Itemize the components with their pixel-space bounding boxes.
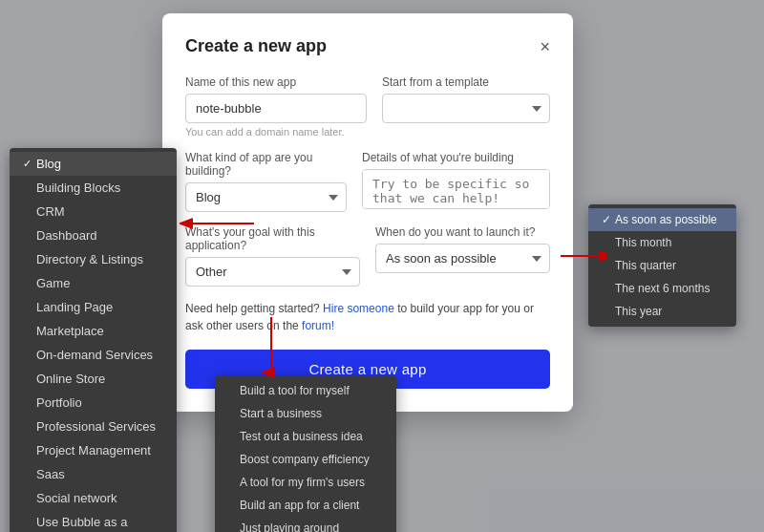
goal-dropdown: Build a tool for myself Start a business…	[215, 375, 396, 532]
sidebar-item-label: Use Bubble as a backend	[36, 515, 163, 532]
launch-item-6months[interactable]: The next 6 months	[588, 277, 736, 300]
sidebar-item-crm[interactable]: CRM	[10, 200, 177, 223]
goal-item-firm[interactable]: A tool for my firm's users	[215, 471, 396, 494]
sidebar-item-label: Professional Services	[36, 419, 156, 434]
template-label: Start from a template	[382, 75, 550, 89]
goal-item-label: Start a business	[240, 407, 322, 420]
goal-item-label: Build an app for a client	[240, 499, 359, 512]
hire-someone-link[interactable]: Hire someone	[323, 302, 394, 315]
goal-select[interactable]: Other	[185, 257, 360, 287]
app-name-input[interactable]	[185, 94, 367, 123]
modal-header: Create a new app ×	[185, 36, 550, 56]
sidebar-item-label: Saas	[36, 467, 65, 481]
forum-link[interactable]: forum!	[302, 319, 334, 332]
name-template-row: Name of this new app You can add a domai…	[185, 75, 550, 138]
goal-item-boost[interactable]: Boost company efficiency	[215, 448, 396, 471]
details-input[interactable]	[362, 169, 550, 209]
app-type-label: What kind of app are you building?	[185, 151, 347, 178]
goal-item-tool[interactable]: Build a tool for myself	[215, 379, 396, 402]
app-type-select[interactable]: Blog	[185, 182, 347, 212]
arrow-to-launch	[559, 246, 606, 275]
sidebar-item-marketplace[interactable]: Marketplace	[10, 319, 177, 343]
sidebar-item-label: Portfolio	[36, 395, 82, 410]
sidebar-item-professional[interactable]: Professional Services	[10, 415, 177, 438]
sidebar-item-ondemand[interactable]: On-demand Services	[10, 343, 177, 367]
modal-title: Create a new app	[185, 36, 327, 56]
launch-item-year[interactable]: This year	[588, 300, 736, 323]
sidebar-item-label: Project Management	[36, 443, 151, 458]
sidebar-item-blog[interactable]: ✓ Blog	[10, 152, 177, 176]
help-text: Need help getting started? Hire someone …	[185, 300, 550, 334]
app-name-helper: You can add a domain name later.	[185, 126, 367, 138]
sidebar-item-project[interactable]: Project Management	[10, 438, 177, 462]
app-name-group: Name of this new app You can add a domai…	[185, 75, 367, 138]
sidebar-item-social[interactable]: Social network	[10, 486, 177, 510]
sidebar-item-label: Social network	[36, 491, 117, 505]
check-icon: ✓	[23, 158, 32, 170]
app-name-label: Name of this new app	[185, 75, 367, 89]
launch-item-label: The next 6 months	[615, 282, 710, 295]
launch-item-label: This quarter	[615, 259, 676, 272]
goal-item-label: Build a tool for myself	[240, 384, 350, 397]
close-button[interactable]: ×	[540, 38, 550, 55]
sidebar-item-label: Landing Page	[36, 300, 113, 314]
goal-item-label: Boost company efficiency	[240, 453, 370, 466]
sidebar-item-label: Blog	[36, 157, 61, 171]
sidebar-item-label: Building Blocks	[36, 181, 120, 195]
sidebar-item-label: Directory & Listings	[36, 252, 143, 266]
sidebar-item-landing[interactable]: Landing Page	[10, 295, 177, 319]
launch-label: When do you want to launch it?	[375, 225, 550, 239]
sidebar-item-label: CRM	[36, 204, 65, 219]
type-details-row: What kind of app are you building? Blog …	[185, 151, 550, 212]
launch-item-label: This year	[615, 305, 662, 318]
sidebar-item-label: Dashboard	[36, 228, 97, 243]
arrow-to-goal	[262, 315, 281, 382]
goal-item-client[interactable]: Build an app for a client	[215, 494, 396, 517]
create-app-modal: Create a new app × Name of this new app …	[162, 13, 573, 412]
launch-select[interactable]: As soon as possible	[375, 244, 550, 273]
sidebar-item-portfolio[interactable]: Portfolio	[10, 391, 177, 415]
sidebar-item-label: Online Store	[36, 372, 105, 386]
sidebar-item-online-store[interactable]: Online Store	[10, 367, 177, 391]
sidebar-item-label: On-demand Services	[36, 348, 153, 362]
app-type-dropdown: ✓ Blog Building Blocks CRM Dashboard Dir…	[10, 148, 177, 532]
launch-group: When do you want to launch it? As soon a…	[375, 225, 550, 287]
arrow-to-sidebar	[180, 214, 256, 243]
details-group: Details of what you're building	[362, 151, 550, 212]
sidebar-item-label: Marketplace	[36, 324, 104, 338]
help-text-before: Need help getting started?	[185, 302, 320, 315]
goal-item-test[interactable]: Test out a business idea	[215, 425, 396, 448]
sidebar-item-bubble-backend[interactable]: Use Bubble as a backend	[10, 510, 177, 532]
sidebar-item-label: Game	[36, 276, 70, 290]
goal-item-playing[interactable]: Just playing around	[215, 517, 396, 532]
launch-item-label: This month	[615, 236, 671, 249]
sidebar-item-building-blocks[interactable]: Building Blocks	[10, 176, 177, 200]
sidebar-item-dashboard[interactable]: Dashboard	[10, 223, 177, 247]
check-icon: ✓	[602, 213, 611, 226]
details-label: Details of what you're building	[362, 151, 550, 164]
app-type-group: What kind of app are you building? Blog	[185, 151, 347, 212]
launch-item-label: As soon as possible	[615, 213, 717, 226]
sidebar-item-game[interactable]: Game	[10, 271, 177, 295]
goal-item-label: Test out a business idea	[240, 430, 363, 443]
goal-item-label: Just playing around	[240, 521, 339, 532]
goal-item-label: A tool for my firm's users	[240, 476, 365, 489]
sidebar-item-saas[interactable]: Saas	[10, 462, 177, 486]
launch-dropdown: ✓ As soon as possible This month This qu…	[588, 204, 736, 327]
launch-item-asap[interactable]: ✓ As soon as possible	[588, 208, 736, 231]
template-select[interactable]	[382, 94, 550, 123]
sidebar-item-directory[interactable]: Directory & Listings	[10, 247, 177, 271]
launch-item-month[interactable]: This month	[588, 231, 736, 254]
goal-item-business[interactable]: Start a business	[215, 402, 396, 425]
template-group: Start from a template	[382, 75, 550, 138]
launch-item-quarter[interactable]: This quarter	[588, 254, 736, 277]
